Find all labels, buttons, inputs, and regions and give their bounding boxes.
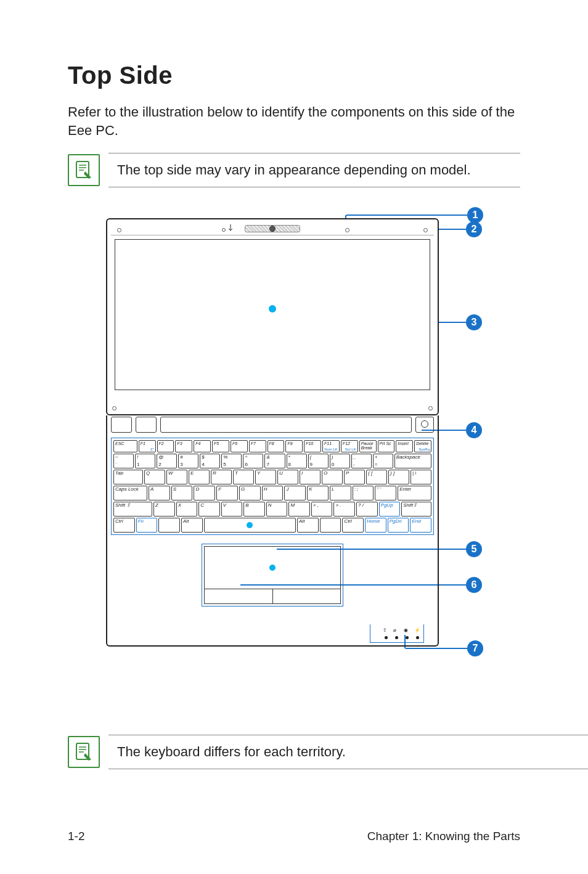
microphone-icon xyxy=(222,228,226,232)
key: > . xyxy=(333,502,355,517)
note-top: The top side may vary in appearance depe… xyxy=(68,153,520,187)
key: &7 xyxy=(264,454,285,468)
key: %5 xyxy=(221,454,242,468)
camera-icon xyxy=(245,225,300,232)
key: F5 xyxy=(212,440,229,452)
laptop-lid xyxy=(106,218,439,415)
key: " ' xyxy=(375,486,396,500)
key: X xyxy=(176,502,198,517)
key: Home xyxy=(365,518,386,533)
key: $4 xyxy=(200,454,220,468)
key: L xyxy=(330,486,351,500)
note-icon xyxy=(68,736,100,768)
key: Backspace xyxy=(394,454,431,468)
page-number: 1-2 xyxy=(68,830,84,843)
hinge-row xyxy=(106,415,439,434)
key: Tab xyxy=(113,470,143,484)
note-bottom-text: The keyboard differs for each territory. xyxy=(108,735,588,769)
key: Alt xyxy=(297,518,319,533)
note-bottom: The keyboard differs for each territory. xyxy=(68,735,588,769)
key: Q xyxy=(144,470,165,484)
key: J xyxy=(284,486,306,500)
key: )0 xyxy=(330,454,350,468)
key: Caps Lock xyxy=(113,486,147,500)
key: Shift⇧ xyxy=(401,502,431,517)
key: F8 xyxy=(267,440,285,452)
key: E xyxy=(189,470,210,484)
key: { [ xyxy=(366,470,387,484)
key: S xyxy=(171,486,193,500)
key: W xyxy=(166,470,187,484)
key: F3 xyxy=(175,440,192,452)
key: _- xyxy=(351,454,372,468)
key: B xyxy=(243,502,265,517)
intro-text: Refer to the illustration below to ident… xyxy=(68,103,520,139)
key xyxy=(158,518,180,533)
key: ~` xyxy=(113,454,134,468)
key: *8 xyxy=(287,454,307,468)
key: Fn xyxy=(136,518,158,533)
key: PgDn xyxy=(388,518,409,533)
key: : ; xyxy=(353,486,374,500)
key: O xyxy=(322,470,343,484)
key: Alt xyxy=(181,518,203,533)
note-top-text: The top side may vary in appearance depe… xyxy=(108,153,520,187)
laptop-base: ESCF1ZᶻF2F3F4F5F6F7F8F9F10F11Num LKF12Sc… xyxy=(106,434,439,647)
key: I xyxy=(300,470,321,484)
key: Enter xyxy=(398,486,431,500)
key: F10 xyxy=(304,440,321,452)
key: T xyxy=(233,470,254,484)
key: < , xyxy=(311,502,333,517)
key: P xyxy=(344,470,365,484)
page-footer: 1-2 Chapter 1: Knowing the Parts xyxy=(68,830,520,843)
key: F11Num LK xyxy=(322,440,340,452)
note-icon xyxy=(68,154,100,186)
key: U xyxy=(277,470,298,484)
key xyxy=(204,518,296,533)
key: H xyxy=(262,486,284,500)
key: F1Zᶻ xyxy=(139,440,156,452)
key: PgUp xyxy=(379,502,401,517)
power-button xyxy=(415,417,434,433)
key: F2 xyxy=(157,440,174,452)
key: F xyxy=(216,486,238,500)
key: !1 xyxy=(135,454,155,468)
key: (9 xyxy=(308,454,329,468)
key: Y xyxy=(255,470,276,484)
key: R xyxy=(211,470,232,484)
key: N xyxy=(266,502,288,517)
laptop-illustration: 1 2 3 4 5 6 7 xyxy=(106,218,482,662)
key: Insert xyxy=(396,440,413,452)
key: Ctrl xyxy=(342,518,364,533)
key: End xyxy=(410,518,431,533)
key: F9 xyxy=(285,440,303,452)
key: Z xyxy=(153,502,175,517)
key: K xyxy=(307,486,329,500)
key: } ] xyxy=(388,470,409,484)
key: #3 xyxy=(178,454,198,468)
key: A xyxy=(149,486,170,500)
key: F6 xyxy=(231,440,248,452)
key: ^6 xyxy=(243,454,263,468)
touchpad xyxy=(202,544,343,606)
key: ESC xyxy=(113,440,137,452)
key: | \ xyxy=(410,470,431,484)
key: @2 xyxy=(157,454,177,468)
key: += xyxy=(373,454,393,468)
key: G xyxy=(239,486,261,500)
key: Shift ⇧ xyxy=(113,502,152,517)
chapter-label: Chapter 1: Knowing the Parts xyxy=(367,830,520,843)
key: C xyxy=(198,502,220,517)
key: Pause Break xyxy=(359,440,377,452)
key: DeleteSysRq xyxy=(414,440,431,452)
key xyxy=(320,518,341,533)
page-heading: Top Side xyxy=(68,62,520,89)
key: D xyxy=(194,486,215,500)
key: Prt Sc xyxy=(378,440,395,452)
key: Ctrl xyxy=(113,518,135,533)
keyboard: ESCF1ZᶻF2F3F4F5F6F7F8F9F10F11Num LKF12Sc… xyxy=(111,438,434,535)
key: F4 xyxy=(194,440,211,452)
key: F12Scr LK xyxy=(341,440,358,452)
key: V xyxy=(221,502,243,517)
key: M xyxy=(288,502,310,517)
